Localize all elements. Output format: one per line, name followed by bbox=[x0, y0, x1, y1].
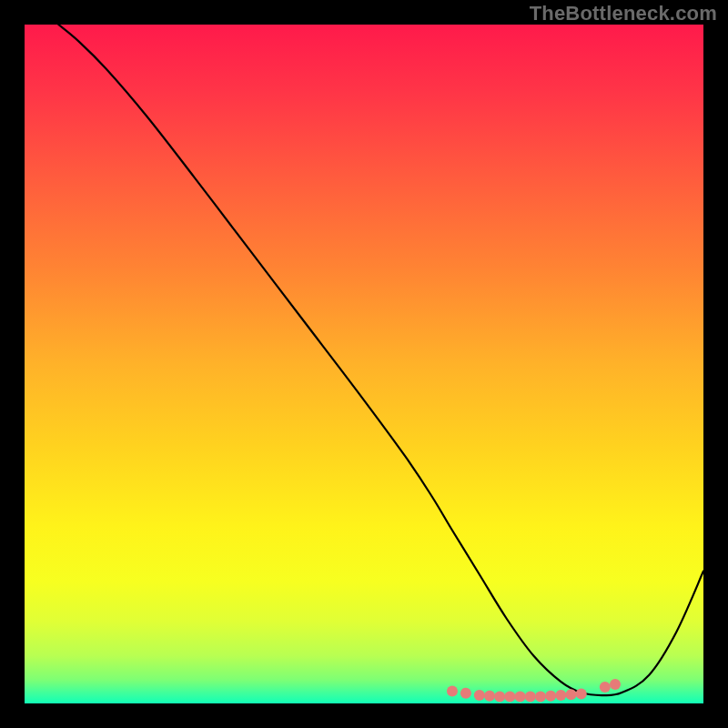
chart-container bbox=[25, 25, 703, 703]
curve-marker bbox=[610, 679, 621, 690]
curve-marker bbox=[504, 692, 515, 703]
curve-marker bbox=[566, 689, 577, 700]
curve-marker bbox=[525, 692, 536, 703]
bottleneck-chart bbox=[25, 25, 703, 703]
curve-marker bbox=[447, 686, 458, 697]
curve-marker bbox=[576, 689, 587, 700]
curve-marker bbox=[535, 692, 546, 703]
gradient-background bbox=[25, 25, 703, 703]
curve-marker bbox=[460, 688, 471, 699]
curve-marker bbox=[515, 692, 526, 703]
watermark-text: TheBottleneck.com bbox=[530, 2, 717, 25]
curve-marker bbox=[545, 691, 556, 702]
curve-marker bbox=[600, 682, 611, 693]
curve-marker bbox=[484, 691, 495, 702]
curve-marker bbox=[494, 692, 505, 703]
curve-marker bbox=[555, 690, 566, 701]
curve-marker bbox=[474, 690, 485, 701]
